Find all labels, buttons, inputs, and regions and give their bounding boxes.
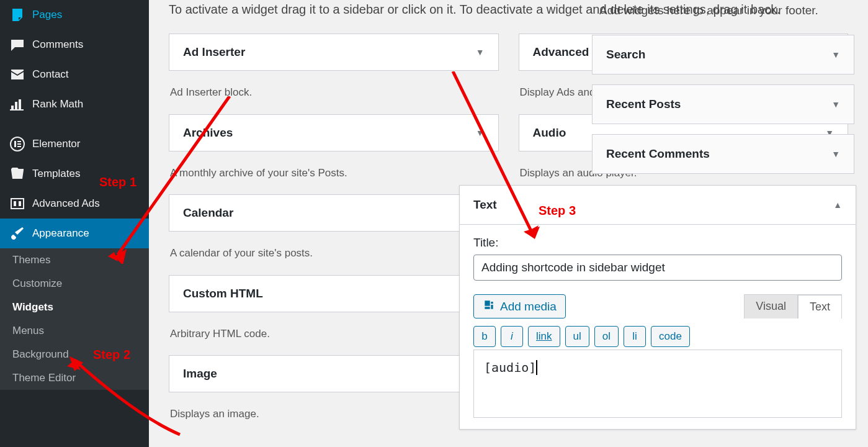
editor-toolbar: b i link ul ol li code	[473, 326, 842, 347]
footer-widget-search[interactable]: Search▼	[592, 35, 854, 74]
widget-title: Recent Comments	[606, 147, 710, 161]
widget-title: Search	[606, 48, 645, 61]
text-tab[interactable]: Text	[798, 294, 842, 318]
widget-custom-html[interactable]: Custom HTML▼	[169, 275, 499, 312]
text-widget-panel: Text ▲ Title: Add media Visual Text b i …	[459, 185, 856, 430]
submenu-customize[interactable]: Customize	[0, 272, 149, 296]
footer-widget-area: Add widgets here to appear in your foote…	[586, 0, 861, 184]
chevron-down-icon: ▼	[831, 50, 840, 60]
menu-label: Contact	[32, 68, 69, 81]
menu-templates[interactable]: Templates	[0, 159, 149, 189]
submenu-menus[interactable]: Menus	[0, 319, 149, 343]
brush-icon	[10, 226, 25, 241]
code-button[interactable]: code	[651, 326, 690, 347]
menu-rank-math[interactable]: Rank Math	[0, 89, 149, 119]
menu-label: Templates	[32, 168, 80, 180]
widget-title: Audio	[533, 126, 566, 140]
widget-title: Calendar	[183, 206, 233, 220]
widget-desc: Displays an image.	[169, 400, 499, 436]
menu-label: Advanced Ads	[32, 197, 100, 210]
widget-title: Recent Posts	[606, 97, 681, 111]
ads-icon	[10, 196, 25, 211]
add-media-label: Add media	[500, 300, 557, 314]
widget-title: Archives	[183, 126, 233, 140]
submenu-theme-editor[interactable]: Theme Editor	[0, 366, 149, 390]
widget-title: Image	[183, 367, 217, 381]
elementor-icon	[10, 137, 25, 151]
media-icon	[483, 299, 495, 314]
footer-area-desc: Add widgets here to appear in your foote…	[586, 0, 861, 35]
widget-desc: Ad Inserter block.	[169, 78, 499, 114]
menu-label: Appearance	[32, 227, 89, 240]
widget-archives[interactable]: Archives▼	[169, 114, 499, 151]
appearance-submenu: Themes Customize Widgets Menus Backgroun…	[0, 248, 149, 390]
submenu-themes[interactable]: Themes	[0, 248, 149, 272]
widget-calendar[interactable]: Calendar▼	[169, 194, 499, 232]
rank-icon	[10, 97, 25, 112]
title-label: Title:	[473, 236, 842, 250]
menu-elementor[interactable]: Elementor	[0, 129, 149, 159]
italic-button[interactable]: i	[501, 326, 523, 347]
menu-advanced-ads[interactable]: Advanced Ads	[0, 189, 149, 219]
submenu-background[interactable]: Background	[0, 343, 149, 366]
widget-column-left: Ad Inserter▼ Ad Inserter block. Archives…	[169, 34, 499, 436]
menu-comments[interactable]: Comments	[0, 30, 149, 60]
svg-rect-4	[17, 146, 21, 147]
menu-label: Rank Math	[32, 98, 83, 111]
menu-pages[interactable]: Pages	[0, 0, 149, 30]
menu-label: Pages	[32, 9, 62, 21]
chevron-down-icon: ▼	[476, 47, 485, 57]
svg-rect-6	[14, 201, 16, 206]
svg-rect-2	[17, 141, 21, 142]
widget-ad-inserter[interactable]: Ad Inserter▼	[169, 34, 499, 71]
widget-image[interactable]: Image▼	[169, 355, 499, 392]
widget-title: Custom HTML	[183, 287, 263, 300]
li-button[interactable]: li	[624, 326, 646, 347]
admin-sidebar: Pages Comments Contact Rank Math Element…	[0, 0, 149, 447]
svg-rect-3	[17, 143, 21, 145]
widget-desc: A calendar of your site's posts.	[169, 239, 499, 275]
submenu-widgets[interactable]: Widgets	[0, 296, 149, 319]
menu-label: Elementor	[32, 138, 80, 150]
widget-title: Ad Inserter	[183, 45, 245, 59]
add-media-button[interactable]: Add media	[473, 294, 566, 318]
text-editor[interactable]: [audio]	[473, 350, 842, 418]
svg-rect-5	[11, 199, 24, 209]
chevron-down-icon: ▼	[831, 149, 840, 159]
menu-contact[interactable]: Contact	[0, 60, 149, 89]
ol-button[interactable]: ol	[594, 326, 619, 347]
svg-rect-1	[14, 141, 16, 147]
bold-button[interactable]: b	[473, 326, 496, 347]
chevron-up-icon: ▲	[833, 200, 842, 210]
widget-desc: A monthly archive of your site's Posts.	[169, 159, 499, 195]
footer-widget-recent-comments[interactable]: Recent Comments▼	[592, 134, 854, 174]
menu-label: Comments	[32, 38, 83, 51]
visual-tab[interactable]: Visual	[744, 294, 798, 318]
title-input[interactable]	[473, 255, 842, 281]
link-button[interactable]: link	[528, 326, 560, 347]
templates-icon	[10, 166, 25, 181]
widget-title: Text	[473, 198, 497, 212]
footer-widget-recent-posts[interactable]: Recent Posts▼	[592, 84, 854, 124]
ul-button[interactable]: ul	[565, 326, 589, 347]
menu-appearance[interactable]: Appearance	[0, 219, 149, 248]
mail-icon	[10, 67, 25, 82]
chevron-down-icon: ▼	[476, 128, 485, 138]
svg-rect-7	[19, 201, 21, 206]
text-widget-header[interactable]: Text ▲	[460, 186, 856, 225]
widget-desc: Arbitrary HTML code.	[169, 320, 499, 356]
chevron-down-icon: ▼	[831, 99, 840, 109]
page-icon	[10, 7, 25, 22]
comment-icon	[10, 37, 25, 52]
